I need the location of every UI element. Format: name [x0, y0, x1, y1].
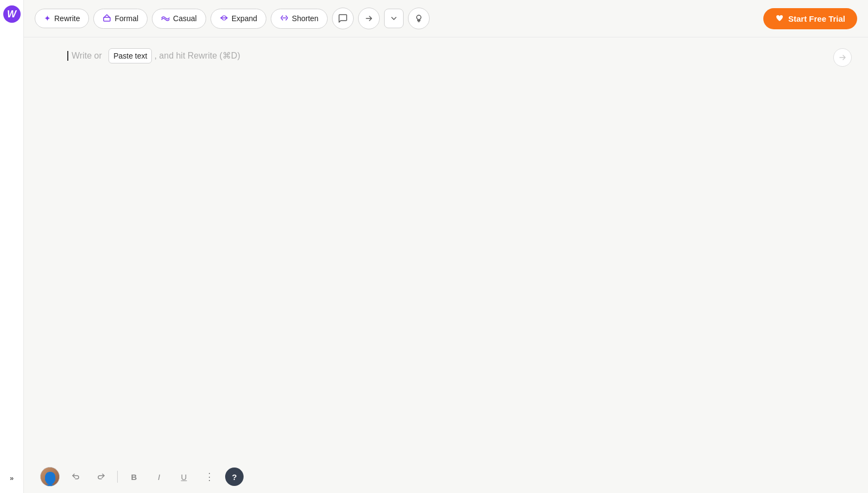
- main-content: ✦ Rewrite Formal Casual: [24, 0, 868, 493]
- casual-label: Casual: [173, 14, 197, 23]
- text-cursor: [67, 51, 68, 61]
- formal-icon: [103, 14, 111, 24]
- heart-icon: [775, 14, 784, 24]
- placeholder-text: Write or Paste text , and hit Rewrite (⌘…: [67, 48, 825, 63]
- expand-icon: [220, 14, 228, 24]
- shorten-icon: [280, 14, 289, 24]
- placeholder-hit: , and hit Rewrite (⌘D): [154, 49, 240, 63]
- bold-button[interactable]: B: [125, 468, 143, 485]
- avatar: [40, 467, 60, 486]
- expand-label: Expand: [232, 14, 257, 23]
- logo-text: W: [7, 9, 16, 19]
- shorten-button[interactable]: Shorten: [271, 9, 328, 29]
- chevron-down-button[interactable]: [384, 9, 404, 28]
- bottom-bar: B I U ⋮ ?: [24, 460, 868, 493]
- svg-rect-0: [104, 17, 110, 21]
- logo[interactable]: W: [3, 5, 21, 23]
- send-button[interactable]: [833, 48, 852, 67]
- lightbulb-icon-button[interactable]: [408, 8, 430, 29]
- start-trial-button[interactable]: Start Free Trial: [763, 8, 857, 29]
- svg-point-1: [417, 15, 421, 20]
- rewrite-button[interactable]: ✦ Rewrite: [35, 9, 89, 28]
- paste-text-button[interactable]: Paste text: [108, 48, 152, 63]
- avatar-image: [41, 468, 59, 486]
- chat-icon-button[interactable]: [332, 8, 354, 29]
- expand-sidebar-button[interactable]: »: [10, 474, 14, 482]
- sidebar: W »: [0, 0, 24, 493]
- undo-button[interactable]: [67, 468, 85, 485]
- formal-label: Formal: [114, 14, 138, 23]
- expand-button[interactable]: Expand: [210, 9, 266, 29]
- shorten-label: Shorten: [292, 14, 318, 23]
- divider: [117, 471, 118, 483]
- arrow-icon-button[interactable]: [358, 8, 380, 29]
- formal-button[interactable]: Formal: [93, 9, 148, 29]
- redo-button[interactable]: [92, 468, 110, 485]
- casual-button[interactable]: Casual: [152, 9, 206, 29]
- toolbar: ✦ Rewrite Formal Casual: [24, 0, 868, 37]
- rewrite-label: Rewrite: [54, 14, 80, 23]
- placeholder-write: Write or: [72, 49, 102, 63]
- underline-button[interactable]: U: [175, 468, 193, 485]
- help-button[interactable]: ?: [225, 468, 244, 486]
- start-trial-label: Start Free Trial: [788, 14, 845, 23]
- italic-button[interactable]: I: [150, 468, 168, 485]
- casual-icon: [161, 14, 170, 24]
- editor-area[interactable]: Write or Paste text , and hit Rewrite (⌘…: [24, 37, 868, 460]
- rewrite-icon: ✦: [44, 14, 51, 23]
- editor-placeholder: Write or Paste text , and hit Rewrite (⌘…: [67, 48, 825, 319]
- more-options-button[interactable]: ⋮: [200, 468, 218, 485]
